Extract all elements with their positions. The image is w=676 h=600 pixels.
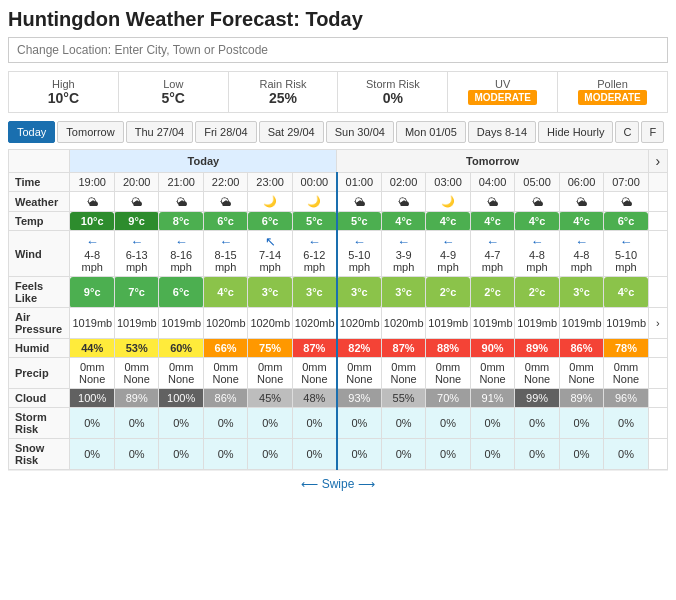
empty-header [9, 150, 70, 173]
cloud-3: 100% [159, 389, 203, 408]
feels-1: 9°c [70, 277, 114, 308]
summary-high: High 10°C [9, 72, 119, 112]
wind-8: ←3-9mph [381, 231, 425, 277]
today-section-label: Today [70, 150, 337, 173]
storm-value: 0% [342, 90, 443, 106]
tab-celsius[interactable]: C [615, 121, 639, 143]
weather-icon-4: 🌥 [203, 192, 247, 212]
temp-13: 6°c [604, 212, 648, 231]
pressure-3: 1019mb [159, 308, 203, 339]
swipe-bar: ⟵ Swipe ⟶ [8, 470, 668, 497]
weather-icon-1: 🌥 [70, 192, 114, 212]
weather-scroll-empty [648, 192, 667, 212]
humid-2: 53% [114, 339, 158, 358]
wind-arrow-1: ← [86, 234, 99, 249]
time-2300: 23:00 [248, 173, 292, 192]
weather-icon-9: 🌙 [426, 192, 470, 212]
time-0100: 01:00 [337, 173, 381, 192]
tab-mon[interactable]: Mon 01/05 [396, 121, 466, 143]
pressure-5: 1020mb [248, 308, 292, 339]
feels-6: 3°c [292, 277, 337, 308]
cloud-11: 99% [515, 389, 559, 408]
snow-1: 0% [70, 439, 114, 470]
humid-10: 90% [470, 339, 514, 358]
tab-days8-14[interactable]: Days 8-14 [468, 121, 536, 143]
snow-scroll-empty [648, 439, 667, 470]
weather-row: Weather 🌥 🌥 🌥 🌥 🌙 🌙 🌥 🌥 🌙 🌥 🌥 🌥 🌥 [9, 192, 668, 212]
precip-4: 0mmNone [203, 358, 247, 389]
humid-3: 60% [159, 339, 203, 358]
precip-row: Precip 0mmNone 0mmNone 0mmNone 0mmNone 0… [9, 358, 668, 389]
wind-row: Wind ←4-8mph ←6-13mph ←8-16mph ←8-15mph … [9, 231, 668, 277]
tab-hide-hourly[interactable]: Hide Hourly [538, 121, 613, 143]
cloud-scroll-empty [648, 389, 667, 408]
precip-8: 0mmNone [381, 358, 425, 389]
feels-9: 2°c [426, 277, 470, 308]
snow-13: 0% [604, 439, 648, 470]
weather-icon-13: 🌥 [604, 192, 648, 212]
wind-4: ←8-15mph [203, 231, 247, 277]
time-scroll-empty [648, 173, 667, 192]
humid-6: 87% [292, 339, 337, 358]
pressure-row: Air Pressure 1019mb 1019mb 1019mb 1020mb… [9, 308, 668, 339]
summary-pollen: Pollen MODERATE [558, 72, 667, 112]
feels-8: 3°c [381, 277, 425, 308]
tab-thu[interactable]: Thu 27/04 [126, 121, 194, 143]
location-input[interactable] [8, 37, 668, 63]
temp-label: Temp [9, 212, 70, 231]
tomorrow-section-label: Tomorrow [337, 150, 648, 173]
snow-2: 0% [114, 439, 158, 470]
nav-tabs: Today Tomorrow Thu 27/04 Fri 28/04 Sat 2… [8, 121, 668, 143]
storm-1: 0% [70, 408, 114, 439]
humid-13: 78% [604, 339, 648, 358]
precip-11: 0mmNone [515, 358, 559, 389]
wind-2: ←6-13mph [114, 231, 158, 277]
feels-3: 6°c [159, 277, 203, 308]
humid-11: 89% [515, 339, 559, 358]
tab-tomorrow[interactable]: Tomorrow [57, 121, 123, 143]
cloud-1: 100% [70, 389, 114, 408]
temp-3: 8°c [159, 212, 203, 231]
wind-arrow-5: ↖ [265, 234, 276, 249]
precip-10: 0mmNone [470, 358, 514, 389]
storm-label: Storm Risk [9, 408, 70, 439]
wind-arrow-4: ← [219, 234, 232, 249]
rain-value: 25% [233, 90, 334, 106]
tab-sun[interactable]: Sun 30/04 [326, 121, 394, 143]
feels-5: 3°c [248, 277, 292, 308]
weather-icon-6: 🌙 [292, 192, 337, 212]
scroll-right[interactable]: › [648, 150, 667, 173]
cloud-2: 89% [114, 389, 158, 408]
tab-fri[interactable]: Fri 28/04 [195, 121, 256, 143]
summary-storm: Storm Risk 0% [338, 72, 448, 112]
feels-4: 4°c [203, 277, 247, 308]
snow-12: 0% [559, 439, 603, 470]
wind-arrow-12: ← [575, 234, 588, 249]
time-1900: 19:00 [70, 173, 114, 192]
time-0200: 02:00 [381, 173, 425, 192]
pressure-12: 1019mb [559, 308, 603, 339]
pressure-1: 1019mb [70, 308, 114, 339]
low-value: 5°C [123, 90, 224, 106]
forecast-table: Today Tomorrow › Time 19:00 20:00 21:00 … [8, 149, 668, 470]
cloud-4: 86% [203, 389, 247, 408]
page-title: Huntingdon Weather Forecast: Today [8, 8, 668, 31]
weather-icon-2: 🌥 [114, 192, 158, 212]
tab-today[interactable]: Today [8, 121, 55, 143]
precip-3: 0mmNone [159, 358, 203, 389]
cloud-5: 45% [248, 389, 292, 408]
humid-4: 66% [203, 339, 247, 358]
weather-icon-8: 🌥 [381, 192, 425, 212]
temp-row: Temp 10°c 9°c 8°c 6°c 6°c 5°c 5°c 4°c 4°… [9, 212, 668, 231]
snow-5: 0% [248, 439, 292, 470]
pressure-scroll-empty: › [648, 308, 667, 339]
tab-fahrenheit[interactable]: F [641, 121, 664, 143]
cloud-9: 70% [426, 389, 470, 408]
wind-arrow-6: ← [308, 234, 321, 249]
wind-arrow-3: ← [175, 234, 188, 249]
wind-13: ←5-10mph [604, 231, 648, 277]
time-2100: 21:00 [159, 173, 203, 192]
wind-arrow-13: ← [620, 234, 633, 249]
tab-sat[interactable]: Sat 29/04 [259, 121, 324, 143]
time-0000: 00:00 [292, 173, 337, 192]
